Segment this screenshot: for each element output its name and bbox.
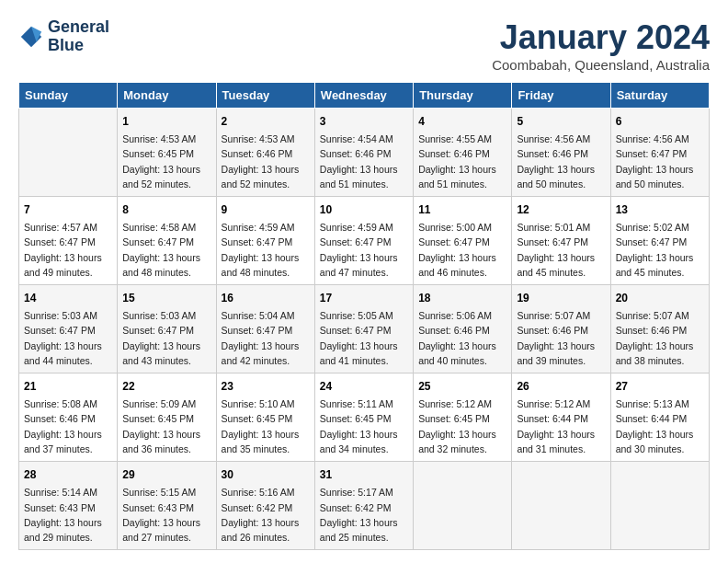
day-info: Sunrise: 5:12 AMSunset: 6:44 PMDaylight:… xyxy=(517,396,605,456)
day-number: 20 xyxy=(616,290,704,306)
day-number: 17 xyxy=(320,290,408,306)
calendar-cell: 1Sunrise: 4:53 AMSunset: 6:45 PMDaylight… xyxy=(118,109,216,197)
day-info: Sunrise: 4:59 AMSunset: 6:47 PMDaylight:… xyxy=(320,220,408,280)
calendar-cell: 22Sunrise: 5:09 AMSunset: 6:45 PMDayligh… xyxy=(118,373,216,462)
day-number: 26 xyxy=(517,378,605,395)
calendar-cell: 12Sunrise: 5:01 AMSunset: 6:47 PMDayligh… xyxy=(512,197,610,285)
day-info: Sunrise: 5:12 AMSunset: 6:45 PMDaylight:… xyxy=(418,396,506,456)
col-header-tuesday: Tuesday xyxy=(216,83,314,109)
day-number: 7 xyxy=(24,201,112,218)
subtitle: Coombabah, Queensland, Australia xyxy=(492,57,710,73)
calendar-cell: 24Sunrise: 5:11 AMSunset: 6:45 PMDayligh… xyxy=(314,373,413,462)
day-info: Sunrise: 4:55 AMSunset: 6:46 PMDaylight:… xyxy=(418,132,506,191)
calendar-cell: 11Sunrise: 5:00 AMSunset: 6:47 PMDayligh… xyxy=(414,197,512,285)
day-number: 2 xyxy=(222,113,310,130)
calendar-cell: 15Sunrise: 5:03 AMSunset: 6:47 PMDayligh… xyxy=(118,285,216,373)
day-info: Sunrise: 5:15 AMSunset: 6:43 PMDaylight:… xyxy=(122,485,210,545)
day-number: 3 xyxy=(320,113,408,130)
day-info: Sunrise: 4:58 AMSunset: 6:47 PMDaylight:… xyxy=(122,220,210,280)
calendar-cell xyxy=(19,109,118,197)
day-number: 18 xyxy=(418,290,506,306)
calendar-cell: 3Sunrise: 4:54 AMSunset: 6:46 PMDaylight… xyxy=(314,109,413,197)
day-number: 29 xyxy=(122,466,210,483)
day-number: 11 xyxy=(418,201,506,218)
calendar-cell: 18Sunrise: 5:06 AMSunset: 6:46 PMDayligh… xyxy=(414,285,512,373)
col-header-wednesday: Wednesday xyxy=(314,83,413,109)
day-number: 28 xyxy=(24,466,112,483)
day-info: Sunrise: 4:53 AMSunset: 6:45 PMDaylight:… xyxy=(122,132,210,191)
day-number: 16 xyxy=(222,290,310,306)
logo-text: General Blue xyxy=(48,18,109,55)
day-info: Sunrise: 5:08 AMSunset: 6:46 PMDaylight:… xyxy=(24,396,112,456)
day-info: Sunrise: 5:00 AMSunset: 6:47 PMDaylight:… xyxy=(418,220,506,280)
calendar-cell: 2Sunrise: 4:53 AMSunset: 6:46 PMDaylight… xyxy=(216,109,314,197)
calendar-cell: 14Sunrise: 5:03 AMSunset: 6:47 PMDayligh… xyxy=(19,285,118,373)
day-number: 8 xyxy=(122,201,210,218)
day-info: Sunrise: 4:59 AMSunset: 6:47 PMDaylight:… xyxy=(222,220,310,280)
day-info: Sunrise: 5:04 AMSunset: 6:47 PMDaylight:… xyxy=(222,308,310,368)
day-info: Sunrise: 5:10 AMSunset: 6:45 PMDaylight:… xyxy=(222,396,310,456)
day-info: Sunrise: 5:02 AMSunset: 6:47 PMDaylight:… xyxy=(616,220,704,280)
calendar-cell xyxy=(414,462,512,550)
calendar-cell: 16Sunrise: 5:04 AMSunset: 6:47 PMDayligh… xyxy=(216,285,314,373)
calendar-cell: 19Sunrise: 5:07 AMSunset: 6:46 PMDayligh… xyxy=(512,285,610,373)
calendar-cell: 5Sunrise: 4:56 AMSunset: 6:46 PMDaylight… xyxy=(512,109,610,197)
day-number: 14 xyxy=(24,290,112,306)
calendar-table: SundayMondayTuesdayWednesdayThursdayFrid… xyxy=(18,82,710,550)
day-number: 24 xyxy=(320,378,408,395)
calendar-cell: 30Sunrise: 5:16 AMSunset: 6:42 PMDayligh… xyxy=(216,462,314,550)
calendar-cell xyxy=(512,462,610,550)
calendar-cell: 26Sunrise: 5:12 AMSunset: 6:44 PMDayligh… xyxy=(512,373,610,462)
day-number: 12 xyxy=(517,201,605,218)
page-header: General Blue January 2024 Coombabah, Que… xyxy=(18,18,710,73)
day-number: 25 xyxy=(418,378,506,395)
day-info: Sunrise: 5:07 AMSunset: 6:46 PMDaylight:… xyxy=(517,308,605,368)
day-number: 22 xyxy=(122,378,210,395)
logo-icon xyxy=(18,24,44,50)
day-info: Sunrise: 5:17 AMSunset: 6:42 PMDaylight:… xyxy=(320,485,408,545)
day-info: Sunrise: 5:01 AMSunset: 6:47 PMDaylight:… xyxy=(517,220,605,280)
day-number: 5 xyxy=(517,113,605,130)
calendar-cell: 10Sunrise: 4:59 AMSunset: 6:47 PMDayligh… xyxy=(314,197,413,285)
calendar-cell: 23Sunrise: 5:10 AMSunset: 6:45 PMDayligh… xyxy=(216,373,314,462)
calendar-cell: 27Sunrise: 5:13 AMSunset: 6:44 PMDayligh… xyxy=(610,373,709,462)
logo: General Blue xyxy=(18,18,109,55)
day-info: Sunrise: 5:16 AMSunset: 6:42 PMDaylight:… xyxy=(222,485,310,545)
day-info: Sunrise: 5:07 AMSunset: 6:46 PMDaylight:… xyxy=(616,308,704,368)
day-number: 13 xyxy=(616,201,704,218)
col-header-sunday: Sunday xyxy=(19,83,118,109)
day-number: 4 xyxy=(418,113,506,130)
calendar-cell: 13Sunrise: 5:02 AMSunset: 6:47 PMDayligh… xyxy=(610,197,709,285)
day-info: Sunrise: 4:54 AMSunset: 6:46 PMDaylight:… xyxy=(320,132,408,191)
day-number: 6 xyxy=(616,113,704,130)
day-number: 31 xyxy=(320,466,408,483)
day-info: Sunrise: 5:05 AMSunset: 6:47 PMDaylight:… xyxy=(320,308,408,368)
calendar-cell: 17Sunrise: 5:05 AMSunset: 6:47 PMDayligh… xyxy=(314,285,413,373)
day-number: 19 xyxy=(517,290,605,306)
day-number: 27 xyxy=(616,378,704,395)
col-header-thursday: Thursday xyxy=(414,83,512,109)
day-number: 23 xyxy=(222,378,310,395)
day-number: 1 xyxy=(122,113,210,130)
title-block: January 2024 Coombabah, Queensland, Aust… xyxy=(492,18,710,73)
calendar-cell: 28Sunrise: 5:14 AMSunset: 6:43 PMDayligh… xyxy=(19,462,118,550)
main-title: January 2024 xyxy=(492,18,710,57)
col-header-saturday: Saturday xyxy=(610,83,709,109)
calendar-cell: 8Sunrise: 4:58 AMSunset: 6:47 PMDaylight… xyxy=(118,197,216,285)
calendar-cell xyxy=(610,462,709,550)
day-info: Sunrise: 5:03 AMSunset: 6:47 PMDaylight:… xyxy=(24,308,112,368)
day-info: Sunrise: 5:09 AMSunset: 6:45 PMDaylight:… xyxy=(122,396,210,456)
calendar-cell: 31Sunrise: 5:17 AMSunset: 6:42 PMDayligh… xyxy=(314,462,413,550)
calendar-cell: 7Sunrise: 4:57 AMSunset: 6:47 PMDaylight… xyxy=(19,197,118,285)
calendar-cell: 6Sunrise: 4:56 AMSunset: 6:47 PMDaylight… xyxy=(610,109,709,197)
day-info: Sunrise: 5:13 AMSunset: 6:44 PMDaylight:… xyxy=(616,396,704,456)
day-number: 10 xyxy=(320,201,408,218)
day-info: Sunrise: 4:53 AMSunset: 6:46 PMDaylight:… xyxy=(222,132,310,191)
calendar-cell: 4Sunrise: 4:55 AMSunset: 6:46 PMDaylight… xyxy=(414,109,512,197)
calendar-cell: 9Sunrise: 4:59 AMSunset: 6:47 PMDaylight… xyxy=(216,197,314,285)
calendar-cell: 21Sunrise: 5:08 AMSunset: 6:46 PMDayligh… xyxy=(19,373,118,462)
day-info: Sunrise: 5:14 AMSunset: 6:43 PMDaylight:… xyxy=(24,485,112,545)
day-info: Sunrise: 5:06 AMSunset: 6:46 PMDaylight:… xyxy=(418,308,506,368)
day-info: Sunrise: 4:56 AMSunset: 6:47 PMDaylight:… xyxy=(616,132,704,191)
col-header-monday: Monday xyxy=(118,83,216,109)
